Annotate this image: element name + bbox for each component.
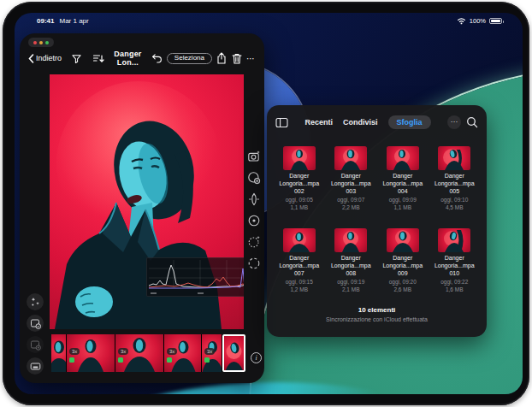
filmstrip-thumbnail-selected[interactable]: [222, 334, 245, 372]
stack-count-badge: 3x: [167, 348, 177, 355]
adjustment-tools-column: [245, 149, 263, 270]
file-item[interactable]: Danger Longoria...mpa 010 oggi, 09:221,6…: [431, 228, 479, 293]
chevron-left-icon: [28, 54, 34, 63]
histogram-overlay: [146, 257, 244, 297]
ipad-device-frame: 09:41 Mar 1 apr 100% Indietro: [3, 2, 529, 405]
auto-adjust-icon[interactable]: [27, 293, 44, 310]
filmstrip-thumbnail[interactable]: 3x: [164, 334, 201, 372]
file-date: oggi, 09:05: [286, 197, 313, 203]
close-window-dot[interactable]: [33, 41, 37, 44]
select-button[interactable]: Seleziona: [167, 53, 212, 64]
files-header: Recenti Condivisi Sfoglia ⋯: [275, 113, 478, 132]
shadows-icon[interactable]: [247, 234, 262, 249]
file-name: Danger Longoria...mpa 009: [379, 255, 427, 277]
preset-settings-icon[interactable]: [27, 336, 44, 353]
stack-count-badge: 3x: [69, 348, 80, 355]
window-controls[interactable]: [28, 38, 54, 47]
filmstrip-thumbnail[interactable]: 3x: [202, 334, 222, 372]
file-size: 2,2 MB: [342, 204, 360, 210]
file-size: 2,6 MB: [393, 286, 411, 292]
file-size: 1,6 MB: [446, 286, 464, 292]
ipad-screen: 09:41 Mar 1 apr 100% Indietro: [15, 13, 523, 394]
status-date: Mar 1 apr: [59, 17, 88, 25]
filmstrip-thumbnail[interactable]: [51, 334, 66, 372]
battery-icon: [489, 18, 502, 24]
filter-icon[interactable]: [68, 51, 84, 65]
vignette-icon[interactable]: [247, 256, 262, 270]
icloud-sync-status: Sincronizzazione con iCloud effettuata: [267, 316, 487, 322]
file-date: oggi, 09:07: [337, 197, 364, 203]
edited-badge: [204, 357, 210, 363]
stack-count-badge: 3x: [118, 348, 128, 355]
filmstrip-thumbnail[interactable]: 3x: [67, 334, 115, 372]
photo-thumbnail: [283, 146, 316, 170]
tab-recenti[interactable]: Recenti: [304, 118, 333, 127]
item-count: 10 elementi: [267, 306, 487, 314]
brilliance-icon[interactable]: [247, 192, 262, 206]
file-size: 2,1 MB: [342, 286, 360, 292]
photo-title: Danger Lon...: [106, 50, 150, 67]
file-item[interactable]: Danger Longoria...mpa 005 oggi, 09:104,5…: [431, 146, 479, 211]
file-name: Danger Longoria...mpa 002: [275, 173, 323, 195]
white-balance-icon[interactable]: [247, 170, 262, 185]
file-item[interactable]: Danger Longoria...mpa 003 oggi, 09:072,2…: [328, 146, 375, 211]
delete-icon[interactable]: [229, 51, 245, 65]
photo-thumbnail: [387, 146, 419, 170]
search-icon[interactable]: [466, 116, 478, 128]
file-date: oggi, 09:09: [389, 197, 417, 203]
file-item[interactable]: Danger Longoria...mpa 008 oggi, 09:192,1…: [328, 228, 375, 293]
edited-badge: [69, 357, 74, 363]
files-footer: 10 elementi Sincronizzazione con iCloud …: [267, 306, 487, 322]
photo-canvas[interactable]: [50, 74, 244, 329]
edited-badge: [167, 357, 172, 363]
preset-check-icon[interactable]: [27, 315, 44, 332]
filmstrip-thumbnail[interactable]: 3x: [115, 334, 163, 372]
editor-toolbar: Indietro Danger Lon... Seleziona ⋯: [28, 50, 256, 67]
photo-thumbnail: [387, 228, 419, 252]
editor-side-tools: [23, 293, 47, 375]
file-name: Danger Longoria...mpa 004: [379, 173, 427, 195]
file-date: oggi, 09:15: [286, 279, 313, 285]
battery-percent: 100%: [470, 17, 486, 25]
file-size: 4,5 MB: [446, 204, 464, 210]
file-item[interactable]: Danger Longoria...mpa 002 oggi, 09:051,1…: [275, 146, 323, 211]
files-tabs: Recenti Condivisi Sfoglia: [288, 115, 447, 129]
file-item[interactable]: Danger Longoria...mpa 004 oggi, 09:091,1…: [379, 146, 427, 211]
status-time: 09:41: [37, 17, 54, 25]
zoom-window-dot[interactable]: [45, 41, 49, 44]
info-button[interactable]: i: [251, 352, 262, 363]
sidebar-toggle-icon[interactable]: [275, 117, 288, 128]
file-name: Danger Longoria...mpa 008: [328, 255, 375, 277]
more-options-icon[interactable]: ⋯: [447, 115, 461, 129]
file-size: 1,2 MB: [290, 286, 308, 292]
file-size: 1,1 MB: [290, 204, 308, 210]
canvas-format-icon[interactable]: [27, 357, 44, 375]
file-date: oggi, 09:22: [440, 279, 468, 285]
photo-thumbnail: [334, 228, 367, 252]
tab-condivisi[interactable]: Condivisi: [343, 118, 378, 127]
sort-icon[interactable]: [91, 51, 106, 65]
file-item[interactable]: Danger Longoria...mpa 009 oggi, 09:202,6…: [379, 228, 427, 293]
edited-badge: [118, 357, 123, 363]
file-size: 1,1 MB: [393, 204, 411, 210]
wifi-icon: [457, 17, 466, 25]
minimize-window-dot[interactable]: [39, 41, 43, 44]
photo-thumbnail: [334, 146, 367, 170]
file-date: oggi, 09:20: [389, 279, 417, 285]
file-date: oggi, 09:10: [440, 197, 468, 203]
back-button[interactable]: Indietro: [28, 54, 62, 63]
share-icon[interactable]: [214, 51, 229, 65]
ml-enhance-icon[interactable]: [247, 149, 262, 163]
file-item[interactable]: Danger Longoria...mpa 007 oggi, 09:151,2…: [275, 228, 323, 293]
undo-icon[interactable]: [150, 51, 165, 65]
stack-count-badge: 3x: [204, 348, 215, 355]
file-name: Danger Longoria...mpa 007: [275, 255, 323, 277]
file-date: oggi, 09:19: [337, 279, 364, 285]
exposure-icon[interactable]: [247, 213, 262, 227]
file-name: Danger Longoria...mpa 003: [328, 173, 375, 195]
tab-sfoglia[interactable]: Sfoglia: [388, 115, 431, 129]
photo-thumbnail: [438, 146, 470, 170]
more-icon[interactable]: ⋯: [245, 54, 256, 63]
files-grid: Danger Longoria...mpa 002 oggi, 09:051,1…: [275, 146, 478, 293]
info-icon: i: [255, 355, 257, 362]
